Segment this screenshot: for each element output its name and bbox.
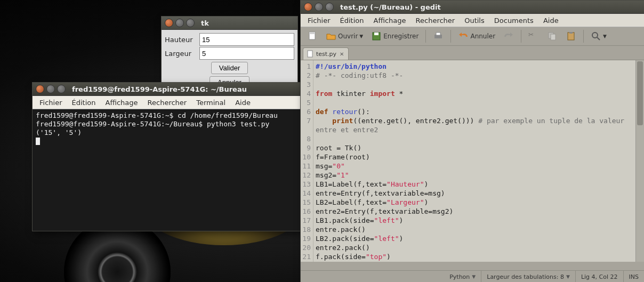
svg-line-11 xyxy=(597,37,600,40)
undo-icon xyxy=(458,31,469,42)
gedit-editor[interactable]: 1234567 89101112131415161718192021 #!/us… xyxy=(301,60,644,262)
menu-fichier[interactable]: Fichier xyxy=(35,99,67,107)
terminal-titlebar[interactable]: fred1599@fred1599-Aspire-5741G: ~/Bureau xyxy=(33,83,301,96)
gedit-statusbar: Python▼ Largeur des tabulations: 8▼ Lig … xyxy=(301,270,644,282)
terminal-cursor xyxy=(36,138,40,145)
open-button[interactable]: Ouvrir▼ xyxy=(323,29,366,44)
svg-rect-7 xyxy=(551,34,556,40)
scissors-icon: ✂ xyxy=(528,31,539,42)
save-label: Enregistrer xyxy=(383,33,418,40)
menu-rechercher[interactable]: Rechercher xyxy=(411,17,460,25)
largeur-label: Largeur xyxy=(165,50,199,58)
undo-label: Annuler xyxy=(470,33,495,40)
desktop: LAMBO tk Hauteur Largeur Valider Annuler xyxy=(0,0,644,282)
redo-button[interactable] xyxy=(500,29,517,44)
search-button[interactable]: ▼ xyxy=(587,29,610,44)
new-file-button[interactable] xyxy=(304,29,321,44)
svg-rect-1 xyxy=(309,32,315,34)
menu-rechercher[interactable]: Rechercher xyxy=(143,99,192,107)
svg-rect-8 xyxy=(568,33,574,40)
menu-outils[interactable]: Outils xyxy=(460,17,489,25)
menu-documents[interactable]: Documents xyxy=(489,17,538,25)
open-label: Ouvrir xyxy=(338,33,358,40)
tk-row-largeur: Largeur xyxy=(165,47,294,60)
toolbar-separator xyxy=(450,30,451,43)
svg-rect-5 xyxy=(436,33,440,35)
tab-test-py[interactable]: test.py ✕ xyxy=(303,47,349,60)
status-tabwidth[interactable]: Largeur des tabulations: 8▼ xyxy=(481,271,575,282)
svg-rect-3 xyxy=(374,33,379,35)
terminal-window: fred1599@fred1599-Aspire-5741G: ~/Bureau… xyxy=(32,82,301,231)
copy-button[interactable] xyxy=(544,29,561,44)
undo-button[interactable]: Annuler xyxy=(455,29,498,44)
gedit-titlebar[interactable]: test.py (~/Bureau) - gedit xyxy=(301,1,644,14)
status-language[interactable]: Python▼ xyxy=(444,271,481,282)
minimize-icon[interactable] xyxy=(46,85,55,93)
save-icon xyxy=(371,31,382,42)
chevron-down-icon: ▼ xyxy=(566,274,570,279)
close-icon[interactable] xyxy=(165,19,173,27)
terminal-menubar: Fichier Édition Affichage Rechercher Ter… xyxy=(33,96,301,109)
terminal-output[interactable]: fred1599@fred1599-Aspire-5741G:~$ cd /ho… xyxy=(33,109,301,231)
line-gutter: 1234567 89101112131415161718192021 xyxy=(301,60,313,262)
terminal-title: fred1599@fred1599-Aspire-5741G: ~/Bureau xyxy=(72,85,247,93)
menu-terminal[interactable]: Terminal xyxy=(191,99,230,107)
close-icon[interactable] xyxy=(36,85,44,93)
print-button[interactable] xyxy=(430,29,447,44)
svg-rect-12 xyxy=(308,51,312,57)
maximize-icon[interactable] xyxy=(57,85,66,93)
redo-icon xyxy=(503,31,514,42)
tk-row-hauteur: Hauteur xyxy=(165,33,294,46)
chevron-down-icon[interactable]: ▼ xyxy=(603,34,607,39)
chevron-down-icon[interactable]: ▼ xyxy=(359,34,363,39)
copy-icon xyxy=(547,31,558,42)
file-icon xyxy=(307,50,314,58)
gedit-window: test.py (~/Bureau) - gedit Fichier Éditi… xyxy=(300,0,644,282)
printer-icon xyxy=(433,31,444,42)
toolbar-separator xyxy=(521,30,521,43)
gedit-toolbar: Ouvrir▼ Enregistrer Annuler ✂ ▼ xyxy=(301,27,644,46)
menu-aide[interactable]: Aide xyxy=(230,99,255,107)
paste-button[interactable] xyxy=(562,29,579,44)
gedit-title: test.py (~/Bureau) - gedit xyxy=(340,3,441,11)
cut-button[interactable]: ✂ xyxy=(525,29,542,44)
scrollbar-thumb[interactable] xyxy=(637,61,643,125)
status-position: Lig 4, Col 22 xyxy=(575,271,623,282)
menu-aide[interactable]: Aide xyxy=(538,17,564,25)
hauteur-label: Hauteur xyxy=(165,36,199,44)
new-file-icon xyxy=(307,31,318,42)
save-button[interactable]: Enregistrer xyxy=(368,29,422,44)
minimize-icon[interactable] xyxy=(175,19,184,27)
close-icon[interactable] xyxy=(304,3,312,11)
gedit-menubar: Fichier Édition Affichage Rechercher Out… xyxy=(301,14,644,27)
close-tab-icon[interactable]: ✕ xyxy=(339,51,345,57)
menu-fichier[interactable]: Fichier xyxy=(303,17,335,25)
tk-titlebar[interactable]: tk xyxy=(162,17,297,30)
maximize-icon[interactable] xyxy=(186,19,195,27)
largeur-input[interactable] xyxy=(199,47,294,60)
menu-affichage[interactable]: Affichage xyxy=(100,99,142,107)
minimize-icon[interactable] xyxy=(315,3,323,11)
search-icon xyxy=(591,31,601,42)
hauteur-input[interactable] xyxy=(199,33,294,46)
vertical-scrollbar[interactable] xyxy=(635,60,644,262)
menu-edition[interactable]: Édition xyxy=(67,99,101,107)
tk-title: tk xyxy=(201,19,209,27)
menu-affichage[interactable]: Affichage xyxy=(368,17,410,25)
toolbar-separator xyxy=(583,30,584,43)
maximize-icon[interactable] xyxy=(325,3,334,11)
svg-point-10 xyxy=(592,33,598,38)
gedit-tabbar: test.py ✕ xyxy=(301,46,644,60)
code-area[interactable]: #!/usr/bin/python# -*- coding:utf8 -*- f… xyxy=(313,60,635,262)
chevron-down-icon: ▼ xyxy=(472,274,476,279)
toolbar-separator xyxy=(425,30,426,43)
paste-icon xyxy=(566,31,576,42)
tab-label: test.py xyxy=(316,51,336,58)
status-insert-mode: INS xyxy=(623,271,644,282)
valider-button[interactable]: Valider xyxy=(211,62,248,74)
menu-edition[interactable]: Édition xyxy=(335,17,369,25)
svg-rect-9 xyxy=(569,32,573,34)
folder-open-icon xyxy=(326,31,336,42)
